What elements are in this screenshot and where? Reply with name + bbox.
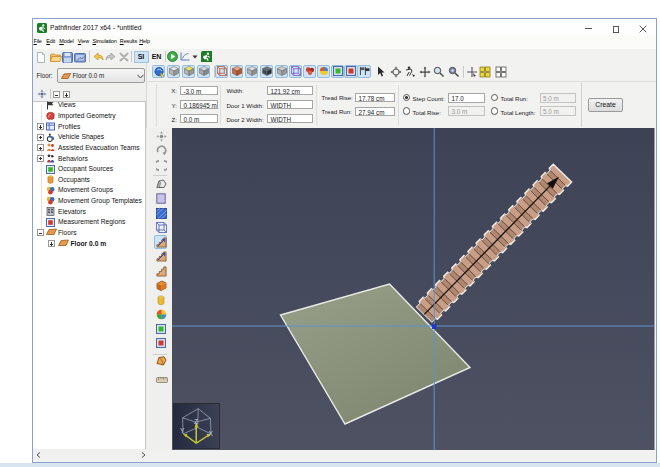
svg-text:Y: Y xyxy=(180,427,185,434)
svg-text:X: X xyxy=(208,429,213,436)
svg-text:Z: Z xyxy=(194,417,198,424)
